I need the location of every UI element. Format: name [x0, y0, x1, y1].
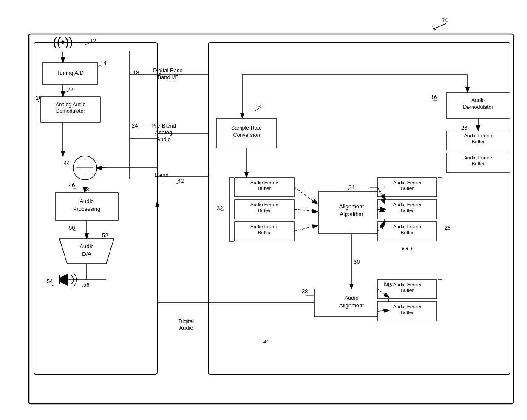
audio-alignment-label: Audio [344, 295, 358, 301]
afb-bottom-right-2-label: Audio Frame [393, 304, 421, 309]
ref-22: 22 [67, 86, 73, 93]
afb-left-2-label2: Buffer [258, 208, 271, 213]
afb-right-3-label: Audio Frame [393, 224, 421, 229]
audio-demod-label: Audio [471, 97, 485, 103]
audio-demod-label2: Demodulator [463, 104, 493, 110]
alignment-algo-label2: Algorithm [340, 211, 363, 217]
src-label: Sample Rate [231, 125, 262, 131]
audio-alignment-label2: Alignment [339, 302, 364, 309]
digital-base-band-label: Digital Base [153, 67, 182, 74]
ref-40: 40 [264, 338, 269, 345]
ref-28: 28 [445, 224, 450, 231]
digital-audio-label: Digital [178, 318, 194, 324]
more-buffers-dots: • • • [402, 245, 413, 252]
ref-24: 24 [132, 122, 138, 129]
afb-right-2-label: Audio Frame [393, 202, 421, 207]
audio-processing-label: Audio [79, 198, 94, 204]
afb-bottom-right-1-label2: Buffer [401, 288, 414, 293]
afb-bottom-right-1-label: Audio Frame [393, 282, 421, 287]
ref-38: 38 [302, 288, 308, 295]
ref-14: 14 [100, 60, 106, 66]
pre-blend-label3: Audio [156, 136, 170, 142]
afb-left-1-label2: Buffer [258, 186, 271, 191]
afb-right-1-label: Audio Frame [393, 180, 421, 185]
ref-36: 36 [354, 258, 360, 265]
afb-bottom-right-2-label2: Buffer [401, 310, 414, 315]
afb-right-1-label2: Buffer [401, 186, 414, 191]
analog-audio-demod-label: Analog Audio [56, 102, 86, 108]
afb-left-3-label2: Buffer [258, 230, 271, 235]
src-label2: Conversion [233, 132, 260, 138]
alignment-algo-label: Alignment [339, 203, 364, 210]
diagram-container: 10 ((•)) 12 Tuning A/D 14 22 20 [0, 0, 527, 420]
ref-54: 54 [47, 278, 53, 284]
afb-right-3-label2: Buffer [401, 230, 414, 235]
antenna-icon: ((•)) [53, 35, 73, 48]
tsrc-label: Tsrc [382, 281, 393, 287]
ref-50: 50 [69, 224, 75, 231]
audio-da-label: Audio [79, 243, 94, 250]
digital-base-band-label2: Band I/F [157, 74, 178, 80]
ref-56: 56 [83, 281, 89, 288]
pre-blend-label2: Analog [155, 129, 172, 136]
audio-processing-label2: Processing [73, 206, 100, 212]
afb-left-3-label: Audio Frame [250, 224, 278, 229]
pre-blend-label: Pre-Blend [151, 122, 176, 129]
ref-26: 26 [461, 125, 467, 131]
ref-10: 10 [442, 17, 449, 23]
ref-46: 46 [69, 182, 75, 188]
afb-left-1-label: Audio Frame [250, 180, 278, 185]
ref-16: 16 [431, 94, 437, 100]
tuning-ad-label: Tuning A/D [57, 70, 84, 76]
afb-top-right-1-label2: Buffer [472, 139, 485, 144]
afb-left-2-label: Audio Frame [250, 202, 278, 207]
analog-audio-demod-label2: Demodulator [56, 108, 85, 114]
afb-top-right-2-label: Audio Frame [464, 155, 492, 160]
audio-da-label2: D/A [82, 251, 91, 257]
afb-right-2-label2: Buffer [401, 208, 414, 213]
afb-top-right-2-label2: Buffer [472, 161, 485, 166]
digital-audio-label2: Audio [179, 325, 193, 331]
ref-34: 34 [348, 184, 354, 190]
afb-top-right-1-label: Audio Frame [464, 133, 492, 138]
ref-44: 44 [64, 160, 70, 166]
